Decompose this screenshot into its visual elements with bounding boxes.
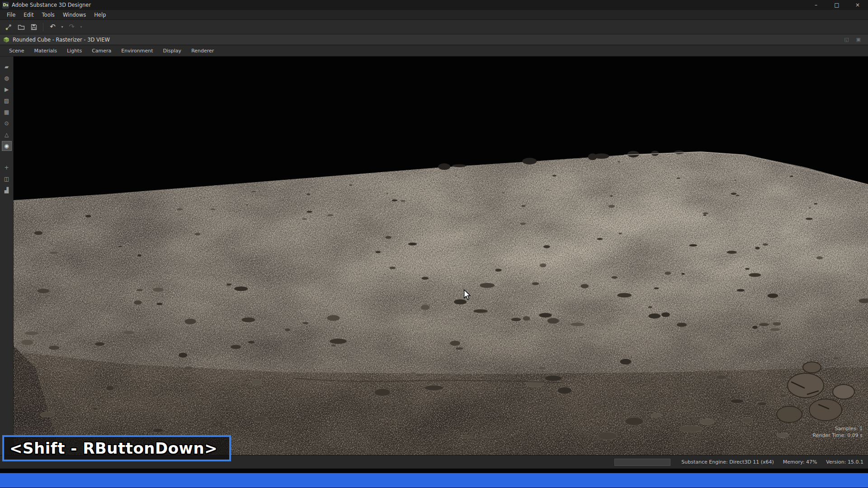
viewmenu-scene[interactable]: Scene — [4, 45, 29, 56]
maximize-button[interactable]: □ — [826, 0, 847, 10]
window-controls: – □ × — [806, 0, 868, 10]
keycast-overlay: <Shift - RButtonDown> — [2, 435, 231, 461]
app-logo-icon: Ds — [2, 2, 9, 9]
close-button[interactable]: × — [847, 0, 868, 10]
status-progress-bar — [614, 459, 670, 466]
uv-icon[interactable]: ◫ — [2, 174, 12, 184]
lamp-icon[interactable]: △ — [2, 130, 12, 140]
pointer-icon[interactable]: ▶ — [2, 84, 12, 94]
viewmenu-lights[interactable]: Lights — [62, 45, 87, 56]
bottom-accent-bar — [0, 473, 868, 488]
render-time-label: Render Time: 0.09 s — [813, 432, 863, 439]
menu-edit[interactable]: Edit — [19, 10, 38, 19]
image-icon[interactable]: ▦ — [2, 107, 12, 117]
undo-dropdown-caret[interactable]: ▾ — [60, 25, 65, 29]
redo-icon: ↷ — [69, 23, 75, 30]
main-toolbar: ↶ ▾ ↷ ▾ — [0, 20, 868, 34]
viewmenu-camera[interactable]: Camera — [87, 45, 116, 56]
menu-file[interactable]: File — [3, 10, 19, 19]
panel-title: Rounded Cube - Rasterizer - 3D VIEW — [13, 37, 110, 43]
viewmenu-renderer[interactable]: Renderer — [186, 45, 219, 56]
viewmenu-materials[interactable]: Materials — [29, 45, 62, 56]
menu-help[interactable]: Help — [90, 10, 110, 19]
toolbar-separator — [43, 23, 43, 31]
mouse-cursor-icon — [463, 289, 471, 302]
zoom-icon[interactable]: ⊙ — [2, 118, 12, 128]
material-icon[interactable]: ▨ — [2, 96, 12, 106]
title-bar: Ds Adobe Substance 3D Designer – □ × — [0, 0, 868, 10]
viewport-tool-strip: ▰ ◍ ▶ ▨ ▦ ⊙ △ ◉ + ◫ ▟ — [0, 56, 14, 455]
redo-dropdown-caret[interactable]: ▾ — [79, 25, 84, 29]
minimize-button[interactable]: – — [806, 0, 826, 10]
menu-bar: File Edit Tools Windows Help — [0, 10, 868, 20]
version-label: Version: 15.0.1 — [826, 459, 863, 465]
node-graph-icon[interactable] — [3, 21, 14, 33]
render-stats: Samples: 1 Render Time: 0.09 s — [813, 425, 863, 439]
viewmenu-display[interactable]: Display — [158, 45, 187, 56]
render-region-icon[interactable]: ◉ — [2, 141, 12, 151]
workspace: ▰ ◍ ▶ ▨ ▦ ⊙ △ ◉ + ◫ ▟ — [0, 56, 868, 455]
engine-label: Substance Engine: Direct3D 11 (x64) — [681, 459, 774, 465]
panel-float-icon[interactable]: ◱ — [844, 37, 849, 42]
open-folder-icon[interactable] — [15, 21, 27, 33]
samples-label: Samples: 1 — [813, 425, 863, 432]
save-icon[interactable] — [28, 21, 39, 33]
3d-viewport[interactable]: Samples: 1 Render Time: 0.09 s — [14, 56, 868, 455]
transform-icon[interactable]: + — [2, 163, 12, 173]
panel-dock-controls: ◱ ▣ — [844, 37, 868, 42]
memory-label: Memory: 47% — [783, 459, 817, 465]
menu-windows[interactable]: Windows — [59, 10, 90, 19]
undo-icon: ↶ — [50, 23, 56, 30]
undo-button[interactable]: ↶ — [47, 21, 58, 33]
viewmenu-environment[interactable]: Environment — [116, 45, 158, 56]
lightbulb-icon[interactable]: ◍ — [2, 73, 12, 83]
window-title: Adobe Substance 3D Designer — [12, 2, 91, 8]
panel-header: Rounded Cube - Rasterizer - 3D VIEW ◱ ▣ — [0, 34, 868, 45]
view-menu-bar: Scene Materials Lights Camera Environmen… — [0, 45, 868, 56]
camera-icon[interactable]: ▰ — [2, 62, 12, 72]
panel-cube-icon — [3, 37, 9, 43]
panel-dock-icon[interactable]: ▣ — [856, 37, 861, 42]
menu-tools[interactable]: Tools — [38, 10, 59, 19]
keycast-text: <Shift - RButtonDown> — [9, 439, 217, 457]
redo-button[interactable]: ↷ — [66, 21, 77, 33]
bottom-gap — [0, 469, 868, 473]
terrain-render — [14, 56, 868, 455]
histogram-icon[interactable]: ▟ — [2, 185, 12, 195]
